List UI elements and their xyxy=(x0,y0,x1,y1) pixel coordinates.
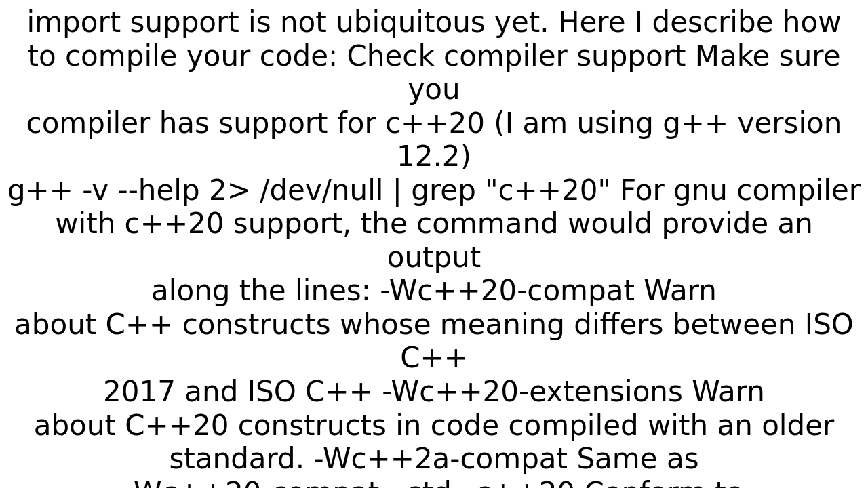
text-line-9: about C++20 constructs in code compiled … xyxy=(34,409,835,442)
text-line-8: 2017 and ISO C++ -Wc++20-extensions Warn xyxy=(103,375,765,408)
text-line-11: -Wc++20-compat. -std=c++20 Conform to xyxy=(124,476,743,488)
text-line-2: to compile your code: Check compiler sup… xyxy=(28,39,841,106)
text-line-1: import support is not ubiquitous yet. He… xyxy=(26,5,841,39)
text-line-4: g++ -v --help 2> /dev/null | grep "c++20… xyxy=(7,174,861,207)
text-line-10: standard. -Wc++2a-compat Same as xyxy=(169,442,698,475)
main-text-area: import support is not ubiquitous yet. He… xyxy=(0,0,868,488)
text-line-5: with c++20 support, the command would pr… xyxy=(55,207,813,274)
text-line-7: about C++ constructs whose meaning diffe… xyxy=(14,308,854,375)
text-line-3: compiler has support for c++20 (I am usi… xyxy=(26,106,842,174)
text-line-6: along the lines: -Wc++20-compat Warn xyxy=(151,274,717,307)
